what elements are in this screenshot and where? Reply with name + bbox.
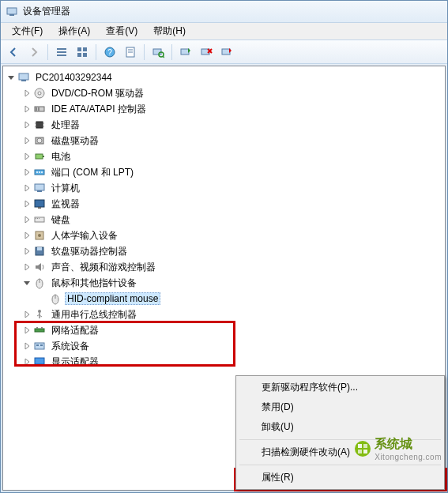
toolbar-forward-button[interactable] — [24, 43, 43, 62]
svg-rect-68 — [35, 358, 44, 364]
category-node[interactable]: 网络适配器 — [22, 322, 445, 338]
ctx-disable[interactable]: 禁用(D) — [238, 397, 442, 417]
svg-rect-44 — [35, 200, 44, 207]
toolbar-grid-button[interactable] — [73, 43, 92, 62]
expander-closed-icon[interactable] — [22, 215, 32, 224]
toolbar-separator — [96, 44, 96, 60]
expander-closed-icon[interactable] — [22, 88, 32, 98]
expander-closed-icon[interactable] — [22, 341, 32, 351]
category-node[interactable]: 声音、视频和游戏控制器 — [22, 259, 445, 275]
sound-icon — [33, 261, 46, 273]
category-node[interactable]: 软盘驱动器控制器 — [22, 243, 445, 259]
svg-rect-29 — [36, 122, 43, 128]
svg-rect-14 — [153, 49, 161, 55]
category-label: 声音、视频和游戏控制器 — [49, 260, 158, 275]
mouse-icon — [33, 277, 46, 289]
device-label: HID-compliant mouse — [65, 292, 160, 305]
category-label: 监视器 — [49, 197, 82, 212]
menu-action[interactable]: 操作(A) — [51, 23, 98, 40]
category-node[interactable]: 计算机 — [22, 180, 445, 196]
svg-rect-48 — [37, 218, 38, 219]
toolbar-details-button[interactable] — [52, 43, 71, 62]
device-node[interactable]: HID-compliant mouse — [38, 291, 445, 307]
expander-closed-icon[interactable] — [22, 262, 32, 272]
expander-closed-icon[interactable] — [22, 136, 32, 145]
title-bar: 设备管理器 — [1, 1, 447, 23]
expander-closed-icon[interactable] — [22, 326, 32, 335]
category-node[interactable]: 监视器 — [22, 196, 445, 212]
svg-rect-42 — [35, 184, 44, 190]
toolbar-disable-button[interactable] — [217, 43, 236, 62]
toolbar-help-button[interactable]: ? — [100, 43, 119, 62]
category-label: 键盘 — [49, 213, 73, 228]
window-title: 设备管理器 — [23, 5, 70, 18]
svg-rect-49 — [39, 218, 40, 219]
toolbar-uninstall-button[interactable] — [197, 43, 216, 62]
category-node[interactable]: 端口 (COM 和 LPT) — [22, 164, 445, 180]
usb-icon — [33, 308, 46, 321]
category-label: 磁盘驱动器 — [49, 134, 101, 149]
computer-icon — [17, 71, 30, 84]
category-label: 通用串行总线控制器 — [49, 307, 139, 322]
category-node[interactable]: 磁盘驱动器 — [22, 133, 445, 149]
expander-closed-icon[interactable] — [22, 199, 32, 209]
svg-rect-64 — [41, 327, 43, 329]
battery-icon — [33, 150, 46, 163]
monitor-icon — [33, 198, 46, 210]
ctx-update-driver[interactable]: 更新驱动程序软件(P)... — [238, 378, 442, 397]
category-node[interactable]: 电池 — [22, 149, 445, 164]
category-label: IDE ATA/ATAPI 控制器 — [49, 102, 149, 117]
display-icon — [33, 356, 46, 368]
toolbar: ? — [1, 40, 447, 64]
app-icon — [6, 6, 18, 18]
system-icon — [33, 340, 46, 352]
category-node[interactable]: IDE ATA/ATAPI 控制器 — [22, 101, 445, 117]
svg-rect-73 — [358, 450, 362, 453]
expander-closed-icon[interactable] — [22, 246, 32, 256]
expander-open-icon[interactable] — [6, 73, 16, 82]
expander-closed-icon[interactable] — [22, 183, 32, 193]
category-label: DVD/CD-ROM 驱动器 — [49, 86, 146, 101]
expander-open-icon[interactable] — [22, 278, 32, 288]
menu-bar: 文件(F) 操作(A) 查看(V) 帮助(H) — [1, 23, 447, 40]
expander-closed-icon[interactable] — [22, 231, 32, 240]
ctx-uninstall[interactable]: 卸载(U) — [238, 417, 442, 437]
category-node[interactable]: 鼠标和其他指针设备 — [22, 275, 445, 291]
watermark-brand: 系统城 — [375, 437, 412, 450]
svg-rect-3 — [57, 51, 66, 53]
toolbar-back-button[interactable] — [4, 43, 23, 62]
expander-closed-icon[interactable] — [22, 104, 32, 114]
toolbar-update-button[interactable] — [176, 43, 195, 62]
expander-closed-icon[interactable] — [22, 152, 32, 161]
device-tree: PC201403292344 DVD/CD-ROM 驱动器IDE ATA/ATA… — [3, 70, 445, 370]
category-label: 人体学输入设备 — [49, 228, 120, 243]
menu-view[interactable]: 查看(V) — [98, 23, 145, 40]
category-node[interactable]: 键盘 — [22, 212, 445, 228]
menu-help[interactable]: 帮助(H) — [145, 23, 194, 40]
category-label: 电池 — [49, 149, 73, 164]
svg-rect-71 — [358, 444, 362, 448]
toolbar-separator — [171, 44, 172, 60]
expander-closed-icon[interactable] — [22, 310, 32, 319]
svg-point-35 — [37, 138, 42, 143]
root-node[interactable]: PC201403292344 — [6, 70, 445, 85]
category-node[interactable]: DVD/CD-ROM 驱动器 — [22, 85, 445, 101]
expander-closed-icon[interactable] — [22, 120, 32, 130]
expander-closed-icon[interactable] — [22, 167, 32, 177]
category-node[interactable]: 处理器 — [22, 117, 445, 133]
category-label: 计算机 — [49, 181, 82, 196]
cpu-icon — [33, 119, 46, 131]
svg-rect-45 — [38, 207, 41, 209]
menu-file[interactable]: 文件(F) — [4, 23, 51, 40]
category-node[interactable]: 显示适配器 — [22, 354, 445, 370]
category-node[interactable]: 人体学输入设备 — [22, 228, 445, 243]
category-node[interactable]: 系统设备 — [22, 338, 445, 354]
ctx-properties[interactable]: 属性(R) — [238, 468, 442, 487]
svg-rect-67 — [40, 344, 43, 346]
expander-closed-icon[interactable] — [22, 357, 32, 367]
svg-rect-5 — [77, 47, 81, 51]
category-node[interactable]: 通用串行总线控制器 — [22, 307, 445, 322]
toolbar-separator — [144, 44, 145, 60]
toolbar-properties-button[interactable] — [121, 43, 140, 62]
toolbar-scan-button[interactable] — [149, 43, 168, 62]
